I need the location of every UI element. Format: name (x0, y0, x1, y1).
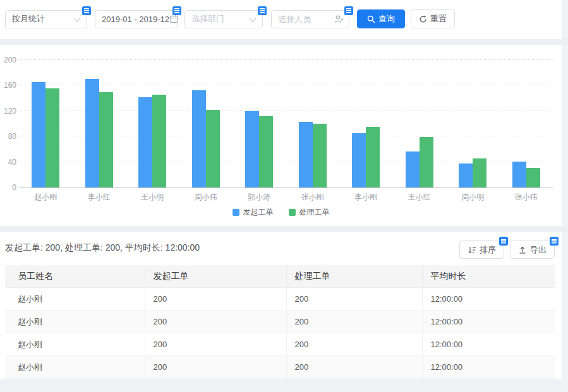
period-select[interactable]: 按月统计 (5, 10, 87, 28)
table-cell: 赵小刚 (5, 311, 145, 333)
table-cell: 200 (145, 333, 286, 356)
table-cell: 赵小刚 (5, 288, 145, 311)
x-axis-category-label: 张小伟 (500, 192, 553, 203)
table-cell: 12:00:00 (422, 311, 555, 333)
table-cell: 赵小刚 (5, 333, 145, 356)
y-axis-tick-label: 0 (1, 183, 16, 192)
annotation-badge-icon (344, 6, 353, 15)
bar-group (446, 158, 500, 187)
column-header: 平均时长 (422, 265, 555, 288)
bar-chart: 04080120160200 (19, 60, 553, 188)
period-select-value: 按月统计 (6, 13, 75, 25)
column-header: 处理工单 (286, 265, 422, 288)
date-range-picker[interactable]: 2019-01 - 2019-12 (95, 10, 178, 28)
bar-发起工单 (138, 97, 152, 187)
bar-发起工单 (85, 79, 99, 187)
person-input[interactable] (272, 15, 334, 24)
bar-处理工单 (45, 88, 59, 187)
bar-发起工单 (299, 122, 313, 187)
person-select[interactable] (271, 10, 349, 28)
bar-处理工单 (473, 158, 486, 187)
bar-group (339, 127, 393, 187)
table-cell: 200 (145, 356, 286, 379)
legend-item[interactable]: 发起工单 (233, 207, 274, 218)
bar-group (500, 162, 553, 187)
chart-card: 04080120160200 赵小刚李小红王小明周小伟郭小涛张小刚李小刚王小红周… (0, 45, 562, 226)
separator-band (0, 226, 568, 232)
employee-table: 员工姓名发起工单处理工单平均时长 赵小刚20020012:00:00赵小刚200… (5, 265, 555, 379)
chevron-down-icon (73, 15, 80, 21)
employee-table-wrap: 员工姓名发起工单处理工单平均时长 赵小刚20020012:00:00赵小刚200… (5, 265, 555, 379)
bar-group (179, 90, 233, 187)
table-cell: 赵小刚 (5, 356, 145, 379)
column-header: 发起工单 (145, 265, 286, 288)
table-cell: 12:00:00 (422, 356, 555, 379)
legend-item[interactable]: 处理工单 (289, 207, 330, 218)
annotation-badge-icon (172, 6, 181, 15)
bar-处理工单 (313, 124, 327, 187)
bar-发起工单 (459, 163, 473, 187)
table-cell: 200 (145, 311, 286, 333)
annotation-badge-icon (499, 237, 508, 246)
y-axis-tick-label: 120 (1, 107, 16, 116)
bar-发起工单 (512, 162, 526, 187)
department-select-placeholder: 选择部门 (185, 13, 250, 25)
refresh-icon (419, 15, 427, 23)
legend-label: 处理工单 (299, 207, 330, 218)
reset-button-label: 重置 (430, 13, 447, 25)
search-icon (367, 15, 375, 23)
table-header-row: 员工姓名发起工单处理工单平均时长 (5, 265, 555, 288)
bar-group (286, 122, 340, 187)
table-row: 赵小刚20020012:00:00 (5, 333, 555, 356)
query-button[interactable]: 查询 (357, 9, 405, 28)
x-axis-category-label: 李小红 (73, 192, 126, 203)
table-cell: 12:00:00 (422, 333, 555, 356)
legend-label: 发起工单 (243, 207, 274, 218)
x-axis-category-label: 李小刚 (339, 192, 393, 203)
bar-group (73, 79, 126, 187)
table-row: 赵小刚20020012:00:00 (5, 288, 555, 311)
table-cell: 200 (286, 333, 422, 356)
table-cell: 200 (286, 311, 422, 333)
toolbar-section: 按月统计 2019-01 - 2019-12 选择部门 (0, 0, 562, 39)
y-axis-tick-label: 160 (1, 81, 16, 90)
summary-text: 发起工单: 200, 处理工单: 200, 平均时长: 12:00:00 (5, 242, 200, 254)
bar-group (126, 95, 179, 187)
table-row: 赵小刚20020012:00:00 (5, 356, 555, 379)
table-cell: 200 (145, 288, 286, 311)
page-background-strip (0, 379, 568, 392)
export-button[interactable]: 导出 (510, 241, 555, 259)
x-axis-labels: 赵小刚李小红王小明周小伟郭小涛张小刚李小刚王小红周小明张小伟 (19, 192, 553, 203)
table-cell: 200 (286, 356, 422, 379)
bar-group (233, 111, 286, 187)
annotation-badge-icon (258, 6, 267, 15)
bar-处理工单 (366, 127, 380, 187)
query-button-label: 查询 (378, 13, 395, 25)
annotation-badge-icon (82, 6, 91, 15)
bar-发起工单 (32, 82, 45, 187)
bar-处理工单 (420, 137, 433, 187)
x-axis-category-label: 周小明 (446, 192, 500, 203)
date-range-value: 2019-01 - 2019-12 (95, 15, 169, 24)
sort-button[interactable]: 排序 (459, 241, 504, 259)
x-axis-category-label: 周小伟 (179, 192, 233, 203)
y-axis-tick-label: 40 (1, 158, 16, 167)
legend-swatch-icon (289, 209, 296, 216)
reset-button[interactable]: 重置 (411, 9, 455, 28)
workorder-statistics-page: { "toolbar": { "period_select": {"value"… (0, 0, 568, 392)
chart-legend: 发起工单处理工单 (0, 207, 562, 218)
bar-group (19, 82, 73, 187)
department-select[interactable]: 选择部门 (184, 10, 263, 28)
upload-icon (518, 246, 527, 254)
bar-处理工单 (259, 116, 273, 187)
bar-发起工单 (192, 90, 206, 187)
bar-发起工单 (406, 151, 420, 187)
bar-发起工单 (352, 133, 366, 187)
column-header: 员工姓名 (5, 265, 145, 288)
x-axis-category-label: 张小刚 (286, 192, 340, 203)
bar-group (393, 137, 447, 187)
bar-处理工单 (206, 110, 220, 187)
bar-发起工单 (245, 111, 259, 187)
filter-toolbar: 按月统计 2019-01 - 2019-12 选择部门 (5, 9, 455, 28)
x-axis-category-label: 王小明 (126, 192, 179, 203)
